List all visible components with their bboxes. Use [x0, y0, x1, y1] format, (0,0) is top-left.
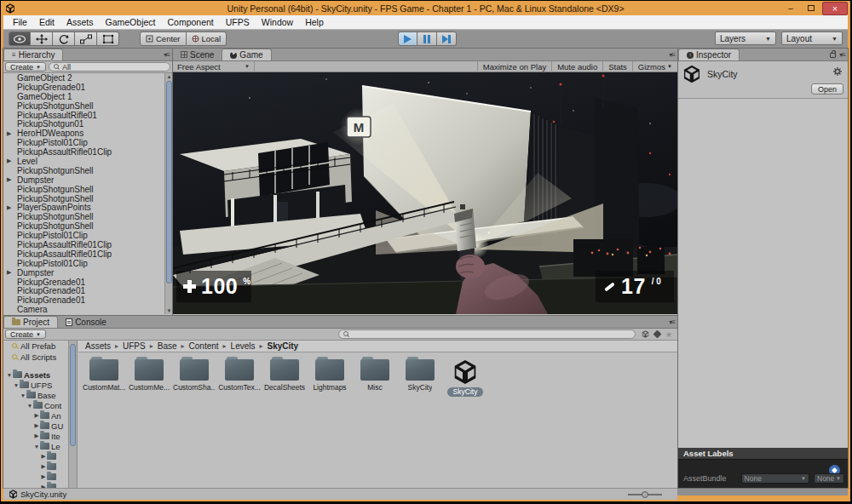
hierarchy-create-button[interactable]: Create ▼ — [5, 62, 46, 72]
close-button[interactable]: × — [822, 2, 848, 15]
rotate-tool-button[interactable] — [53, 32, 75, 46]
breadcrumb-segment[interactable]: Base ▸ — [158, 341, 189, 351]
asset-folder[interactable]: Lightmaps — [311, 359, 348, 392]
game-viewport[interactable]: M — [173, 72, 677, 314]
hand-tool-button[interactable] — [9, 32, 31, 46]
hierarchy-search[interactable] — [49, 62, 170, 72]
hierarchy-item[interactable]: PickupAssaultRifle01Clip — [3, 249, 172, 259]
scrollbar-thumb[interactable] — [70, 344, 76, 446]
breadcrumb-segment[interactable]: SkyCity ▸ — [268, 341, 299, 351]
hierarchy-item[interactable]: ▶ PlayerSpawnPoints — [3, 203, 172, 212]
expand-arrow-icon[interactable]: ▶ — [33, 422, 40, 429]
panel-menu-icon[interactable]: ▾≡ — [164, 51, 170, 59]
expand-arrow-icon[interactable]: ▶ — [40, 453, 47, 460]
game-toolbar-button[interactable]: Stats ▼ — [602, 61, 632, 72]
step-button[interactable] — [437, 32, 457, 46]
asset-folder[interactable]: Misc — [356, 359, 394, 392]
game-toolbar-button[interactable]: Gizmos ▼ — [632, 61, 677, 72]
asset-folder[interactable]: CustomMat... — [85, 359, 123, 392]
pivot-center-button[interactable]: Center — [140, 32, 187, 46]
game-toolbar-button[interactable]: Mute audio ▼ — [551, 61, 602, 72]
expand-arrow-icon[interactable]: ▼ — [20, 392, 26, 398]
tab-project[interactable]: Project — [3, 316, 58, 328]
hierarchy-item[interactable]: GameObject 2 — [3, 73, 172, 83]
play-button[interactable] — [398, 32, 417, 46]
scroll-up-icon[interactable]: ▲ — [165, 74, 173, 79]
tab-scene[interactable]: Scene — [173, 49, 222, 60]
assetbundle-select[interactable]: None ▼ — [741, 473, 809, 484]
breadcrumb-segment[interactable]: Content ▸ — [189, 341, 231, 351]
minimize-button[interactable]: – — [781, 3, 800, 14]
hierarchy-item[interactable]: PickupPistol01Clip — [3, 231, 172, 240]
tree-item[interactable]: ▶ GU — [3, 421, 77, 431]
expand-arrow-icon[interactable]: ▶ — [40, 473, 47, 480]
assetbundle-variant-select[interactable]: None ▼ — [814, 473, 844, 484]
tab-inspector[interactable]: ! Inspector — [678, 49, 740, 60]
hierarchy-item[interactable]: PickupGrenade01 — [3, 286, 172, 295]
breadcrumb-segment[interactable]: Levels ▸ — [231, 341, 268, 351]
tree-item[interactable]: ▼ Cont — [3, 400, 77, 410]
asset-folder[interactable]: CustomMe... — [130, 359, 168, 392]
asset-folder[interactable]: CustomTex... — [221, 359, 258, 392]
hierarchy-item[interactable]: Camera — [3, 305, 172, 314]
tree-item[interactable]: ▶ — [3, 482, 77, 488]
tree-item[interactable]: ▼ Le — [3, 441, 77, 451]
expand-arrow-icon[interactable]: ▶ — [7, 130, 11, 137]
hierarchy-item[interactable]: PickupGrenade01 — [3, 83, 172, 92]
hierarchy-item[interactable]: PickupGrenade01 — [3, 278, 172, 287]
expand-arrow-icon[interactable]: ▶ — [7, 269, 11, 276]
hierarchy-item[interactable]: ▶ Level — [3, 157, 172, 166]
menu-item[interactable]: Component — [161, 15, 219, 29]
open-button[interactable]: Open — [811, 83, 843, 94]
menu-item[interactable]: UFPS — [220, 15, 256, 29]
scale-tool-button[interactable] — [75, 32, 97, 46]
expand-arrow-icon[interactable]: ▼ — [33, 444, 40, 450]
hierarchy-item[interactable]: PickupAssaultRifle01Clip — [3, 147, 172, 157]
asset-folder[interactable]: CustomSha... — [176, 359, 213, 392]
hierarchy-search-input[interactable] — [62, 63, 165, 72]
layers-dropdown[interactable]: Layers▼ — [715, 32, 776, 45]
restore-button[interactable] — [802, 3, 820, 14]
hierarchy-item[interactable]: PickupPistol01Clip — [3, 138, 172, 147]
search-by-label-icon[interactable] — [653, 330, 661, 339]
thumbnail-zoom-slider[interactable] — [628, 494, 662, 495]
expand-arrow-icon[interactable]: ▼ — [13, 382, 20, 388]
layout-dropdown[interactable]: Layout▼ — [781, 32, 843, 45]
favorite-item[interactable]: All Prefab — [3, 341, 77, 352]
panel-menu-icon[interactable]: ▾≡ — [669, 51, 675, 59]
asset-folder[interactable]: SkyCity — [401, 359, 439, 392]
hierarchy-item[interactable]: PickupPistol01Clip — [3, 259, 172, 268]
hierarchy-item[interactable]: PickupAssaultRifle01Clip — [3, 240, 172, 249]
asset-folder[interactable]: DecalSheets — [266, 359, 303, 392]
hierarchy-item[interactable]: ▶ Dumpster — [3, 175, 172, 185]
game-toolbar-button[interactable]: Maximize on Play ▼ — [477, 61, 551, 72]
hierarchy-item[interactable]: GameObject 1 — [3, 92, 172, 101]
scrollbar-thumb[interactable] — [166, 81, 172, 284]
panel-menu-icon[interactable]: ▾≡ — [839, 51, 845, 59]
menu-item[interactable]: GameObject — [100, 15, 162, 29]
expand-arrow-icon[interactable]: ▶ — [7, 204, 11, 211]
expand-arrow-icon[interactable]: ▶ — [7, 176, 11, 183]
gear-icon[interactable] — [833, 67, 842, 76]
menu-item[interactable]: Window — [256, 15, 299, 29]
pause-button[interactable] — [417, 32, 437, 46]
hierarchy-item[interactable]: PickupShotgunShell — [3, 185, 172, 194]
tree-item[interactable]: ▶ An — [3, 410, 77, 421]
expand-arrow-icon[interactable]: ▼ — [26, 403, 33, 409]
hierarchy-item[interactable]: PickupShotgunShell — [3, 166, 172, 175]
menu-item[interactable]: Assets — [60, 15, 100, 29]
expand-arrow-icon[interactable]: ▶ — [33, 412, 40, 419]
hierarchy-item[interactable]: PickupShotgun01 — [3, 119, 172, 129]
hierarchy-item[interactable]: PickupGrenade01 — [3, 295, 172, 305]
hierarchy-item[interactable]: PickupShotgunShell — [3, 221, 172, 231]
hierarchy-item[interactable]: PickupShotgunShell — [3, 101, 172, 111]
move-tool-button[interactable] — [31, 32, 53, 46]
expand-arrow-icon[interactable]: ▶ — [33, 432, 40, 439]
lock-icon[interactable] — [830, 53, 836, 58]
tab-game[interactable]: Game — [222, 49, 271, 60]
breadcrumb-segment[interactable]: UFPS ▸ — [123, 341, 158, 351]
scroll-down-icon[interactable]: ▼ — [165, 308, 173, 313]
rect-tool-button[interactable] — [97, 32, 119, 46]
hierarchy-item[interactable]: ▶ Dumpster — [3, 268, 172, 278]
hierarchy-scrollbar[interactable]: ▲ ▼ — [164, 73, 172, 314]
